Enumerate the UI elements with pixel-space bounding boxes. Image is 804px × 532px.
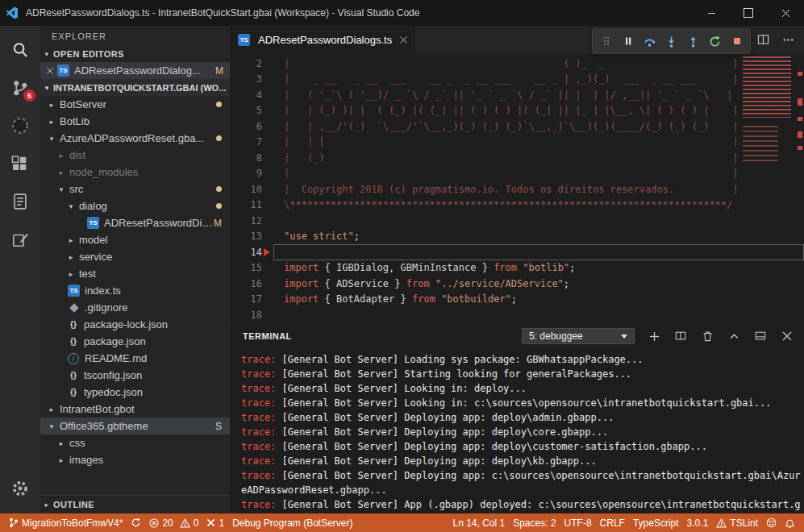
more-actions-button[interactable] bbox=[782, 34, 794, 46]
tab-adresetpassworddialogs[interactable]: ADResetPasswordDialogs.ts bbox=[230, 26, 415, 54]
kill-terminal-button[interactable] bbox=[700, 329, 714, 343]
step-into-button[interactable] bbox=[660, 31, 682, 52]
indentation-status[interactable]: Spaces: 2 bbox=[509, 513, 560, 532]
pause-button[interactable] bbox=[617, 31, 639, 52]
tree-item-dialog[interactable]: ▾dialog bbox=[40, 197, 230, 214]
code-line-2[interactable]: 2| ( )_ _ | bbox=[230, 56, 804, 72]
terminal-line: trace: [General Bot Server] Deploying ap… bbox=[241, 454, 801, 468]
source-control-button[interactable]: 5 bbox=[0, 69, 40, 106]
tree-item-images[interactable]: ▸images bbox=[40, 451, 230, 468]
settings-button[interactable] bbox=[0, 469, 40, 507]
close-tab-button[interactable] bbox=[400, 36, 407, 44]
code-line-14[interactable]: 14 bbox=[230, 244, 804, 260]
open-editors-header[interactable]: ▾ OPEN EDITORS bbox=[40, 46, 230, 62]
restart-button[interactable] bbox=[704, 31, 726, 52]
cursor-position-status[interactable]: Ln 14, Col 1 bbox=[448, 513, 509, 532]
tree-item-package-lock-json[interactable]: package-lock.json bbox=[40, 316, 230, 333]
close-window-button[interactable] bbox=[767, 0, 804, 26]
code-line-10[interactable]: 10| Copyright 2018 (c) pragmatismo.io. T… bbox=[230, 181, 804, 197]
tree-item-azureadpasswordreset-gba[interactable]: ▾AzureADPasswordReset.gba... bbox=[40, 130, 230, 147]
tree-item-dist[interactable]: ▸dist bbox=[40, 147, 230, 164]
tree-item-label: AzureADPasswordReset.gba... bbox=[60, 132, 204, 144]
code-line-15[interactable]: 15import { IGBDialog, GBMinInstance } fr… bbox=[230, 260, 804, 276]
git-branch-status[interactable]: MigrationToBotFmwV4* bbox=[5, 513, 127, 532]
language-mode-status[interactable]: TypeScript bbox=[629, 513, 683, 532]
close-panel-button[interactable] bbox=[780, 329, 794, 343]
tslint-status[interactable]: TSLint bbox=[712, 513, 762, 532]
tree-item-botlib[interactable]: ▸BotLib bbox=[40, 113, 230, 130]
terminal-line: trace: [General Bot Server] App (.gbapp)… bbox=[241, 497, 801, 512]
code-token: import bbox=[284, 293, 319, 305]
tree-item-tsconfig-json[interactable]: tsconfig.json bbox=[40, 367, 230, 384]
outline-header[interactable]: ▸ OUTLINE bbox=[40, 495, 230, 513]
notifications-button[interactable] bbox=[781, 513, 799, 532]
stop-button[interactable] bbox=[726, 31, 748, 52]
code-line-11[interactable]: 11\*************************************… bbox=[230, 197, 804, 214]
terminal-tab[interactable]: TERMINAL bbox=[243, 331, 292, 341]
maximize-button[interactable] bbox=[730, 0, 767, 26]
code-line-16[interactable]: 16import { ADService } from "../service/… bbox=[230, 276, 804, 292]
outline-label: OUTLINE bbox=[53, 500, 94, 509]
tree-item-botserver[interactable]: ▸BotServer bbox=[40, 96, 230, 113]
tree-item-model[interactable]: ▸model bbox=[40, 231, 230, 248]
step-out-button[interactable] bbox=[682, 31, 704, 52]
problems-status[interactable]: 20 0 bbox=[145, 513, 202, 532]
code-line-13[interactable]: 13"use strict"; bbox=[230, 229, 804, 245]
toolbar-drag-handle[interactable] bbox=[595, 31, 617, 52]
code-line-7[interactable]: 7| | | | bbox=[230, 135, 804, 151]
debug-config-status[interactable]: Debug Program (BotServer) bbox=[228, 513, 356, 532]
tree-item-gitignore[interactable]: .gitignore bbox=[40, 299, 230, 316]
tree-item-typedoc-json[interactable]: typedoc.json bbox=[40, 384, 230, 401]
code-line-3[interactable]: 3| _ __ _ __ ___ __ _ _ __ ___ __ _ | ,_… bbox=[230, 72, 804, 88]
toggle-panel-button[interactable] bbox=[753, 329, 768, 343]
code-line-5[interactable]: 5| | (_) )| | ( (_) |( (_| || ( ) ( ) |(… bbox=[230, 103, 804, 119]
step-out-icon bbox=[687, 35, 699, 48]
edit-tools-button[interactable] bbox=[0, 220, 40, 258]
encoding-status[interactable]: UTF-8 bbox=[560, 513, 596, 532]
tree-item-office365-gbtheme[interactable]: ▾Office365.gbthemeS bbox=[40, 418, 230, 434]
search-button[interactable] bbox=[0, 31, 40, 69]
code-line-4[interactable]: 4| ( '_`\ ( '__)/ _ `\ / _` || '_ ` _ `\… bbox=[230, 87, 804, 103]
terminal-instance-dropdown[interactable]: 5: debuggee bbox=[522, 328, 635, 344]
eol-status[interactable]: CRLF bbox=[596, 513, 629, 532]
debug-button[interactable] bbox=[0, 106, 40, 144]
code-line-17[interactable]: 17import { BotAdapter } from "botbuilder… bbox=[230, 292, 804, 308]
code-editor[interactable]: 2| ( )_ _ |3| _ __ _ __ ___ __ _ _ __ __… bbox=[230, 54, 804, 322]
workspace-folder-header[interactable]: ▾ INTRANETBOTQUICKSTART.GBAI (WO... bbox=[40, 79, 230, 96]
extensions-button[interactable] bbox=[0, 144, 40, 182]
tab-bar: ADResetPasswordDialogs.ts bbox=[230, 26, 804, 54]
tree-item-readme-md[interactable]: README.md bbox=[40, 350, 230, 367]
split-terminal-button[interactable] bbox=[673, 329, 688, 343]
tree-item-package-json[interactable]: package.json bbox=[40, 333, 230, 350]
code-text: "use strict"; bbox=[273, 229, 804, 245]
overview-ruler[interactable] bbox=[796, 54, 804, 322]
tasks-status[interactable]: 1 bbox=[202, 513, 228, 532]
tree-item-css[interactable]: ▸css bbox=[40, 434, 230, 451]
tree-item-intranetbot-gbot[interactable]: ▸IntranetBot.gbot bbox=[40, 401, 230, 418]
gutter-space bbox=[262, 292, 273, 308]
code-line-12[interactable]: 12 bbox=[230, 213, 804, 229]
code-text bbox=[273, 244, 804, 260]
step-over-button[interactable] bbox=[639, 31, 660, 52]
code-line-18[interactable]: 18 bbox=[230, 307, 804, 322]
tree-item-test[interactable]: ▸test bbox=[40, 265, 230, 282]
minimize-button[interactable] bbox=[693, 0, 730, 26]
minimap[interactable] bbox=[743, 56, 794, 226]
typescript-version-status[interactable]: 3.0.1 bbox=[683, 513, 713, 532]
feedback-button[interactable] bbox=[762, 513, 781, 532]
tree-item-src[interactable]: ▾src bbox=[40, 181, 230, 197]
code-line-8[interactable]: 8| (_) | bbox=[230, 150, 804, 166]
tree-item-service[interactable]: ▸service bbox=[40, 248, 230, 265]
new-terminal-button[interactable] bbox=[647, 329, 661, 343]
maximize-panel-button[interactable] bbox=[727, 329, 741, 343]
open-editor-item[interactable]: ADResetPasswordDialog... M bbox=[40, 62, 230, 79]
explorer-button[interactable] bbox=[0, 182, 40, 220]
sync-button[interactable] bbox=[127, 513, 145, 532]
split-editor-button[interactable] bbox=[757, 34, 769, 46]
close-editor-button[interactable] bbox=[47, 68, 53, 74]
code-line-6[interactable]: 6| | ,__/'(_) `\___/'`\__,_)(_) (_) (_)`… bbox=[230, 118, 804, 135]
code-line-9[interactable]: 9| | bbox=[230, 166, 804, 182]
tree-item-node-modules[interactable]: ▸node_modules bbox=[40, 164, 230, 181]
tree-item-adresetpassworddial[interactable]: ADResetPasswordDial...M bbox=[40, 214, 230, 231]
tree-item-index-ts[interactable]: index.ts bbox=[40, 282, 230, 299]
